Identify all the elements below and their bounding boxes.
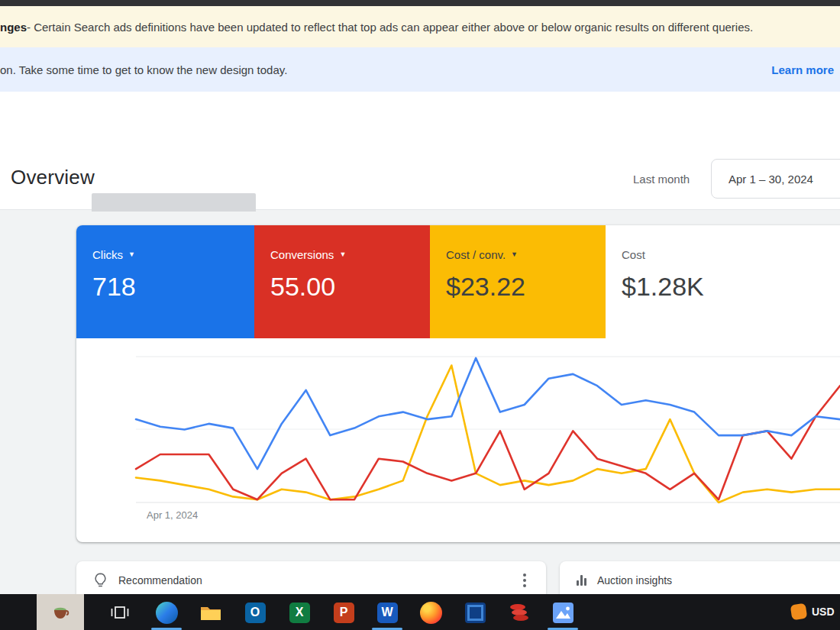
firefox-icon (420, 602, 442, 624)
page-title: Overview (11, 166, 95, 189)
red-stack-icon (509, 602, 530, 623)
blue-notice-banner: on. Take some time to get to know the ne… (0, 47, 840, 92)
kebab-menu-icon[interactable] (520, 570, 529, 590)
window-top-strip (0, 0, 840, 6)
powerpoint-button[interactable]: P (331, 600, 356, 625)
red-stack-app-button[interactable] (507, 600, 531, 625)
teacup-illustration-icon (50, 603, 70, 622)
date-range-picker[interactable]: Apr 1 – 30, 2024 (711, 159, 840, 199)
blue-app-button[interactable] (463, 600, 487, 625)
x-axis-first-label: Apr 1, 2024 (147, 509, 198, 521)
collapsed-panel-stub (92, 193, 256, 212)
learn-more-link[interactable]: Learn more (771, 63, 834, 76)
currency-tray-label[interactable]: USD (812, 606, 835, 618)
task-view-button[interactable] (108, 600, 132, 625)
windows-taskbar: O X P W USD (0, 594, 840, 630)
task-view-icon (111, 604, 129, 621)
file-explorer-button[interactable] (199, 600, 223, 625)
yellow-notice-banner: nges - Certain Search ads definitions ha… (0, 6, 840, 47)
blue-app-icon (465, 603, 486, 623)
excel-button[interactable]: X (287, 600, 312, 625)
powerpoint-icon: P (334, 603, 354, 623)
auction-insights-card-title: Auction insights (597, 574, 672, 586)
bar-chart-icon (577, 575, 586, 586)
recommendation-card-title: Recommendation (118, 574, 202, 586)
lightbulb-icon (93, 572, 108, 589)
notice-lead-text: nges (0, 21, 27, 34)
word-button[interactable]: W (375, 600, 399, 625)
date-range-preset-label[interactable]: Last month (633, 173, 690, 186)
photos-icon (553, 603, 573, 623)
folder-icon (200, 604, 221, 622)
filter-bar: abled, Paused Ad group status: Enabled, … (0, 92, 840, 150)
outlook-icon: O (245, 603, 266, 623)
firefox-button[interactable] (418, 600, 443, 625)
photos-button[interactable] (551, 600, 575, 625)
overview-metrics-card: Clicks ▼ 718 Conversions ▼ 55.00 Cost / … (76, 225, 840, 542)
blue-notice-text: on. Take some time to get to know the ne… (0, 63, 287, 76)
edge-browser-button[interactable] (154, 600, 179, 625)
word-icon: W (377, 603, 398, 623)
date-range-value: Apr 1 – 30, 2024 (729, 173, 813, 186)
performance-line-chart[interactable] (76, 225, 840, 542)
outlook-button[interactable]: O (243, 600, 267, 625)
currency-tray-icon[interactable] (790, 603, 808, 621)
search-highlight-button[interactable] (37, 594, 84, 630)
notice-body-text: - Certain Search ads definitions have be… (27, 21, 753, 34)
excel-icon: X (289, 603, 310, 623)
edge-icon (156, 602, 178, 624)
